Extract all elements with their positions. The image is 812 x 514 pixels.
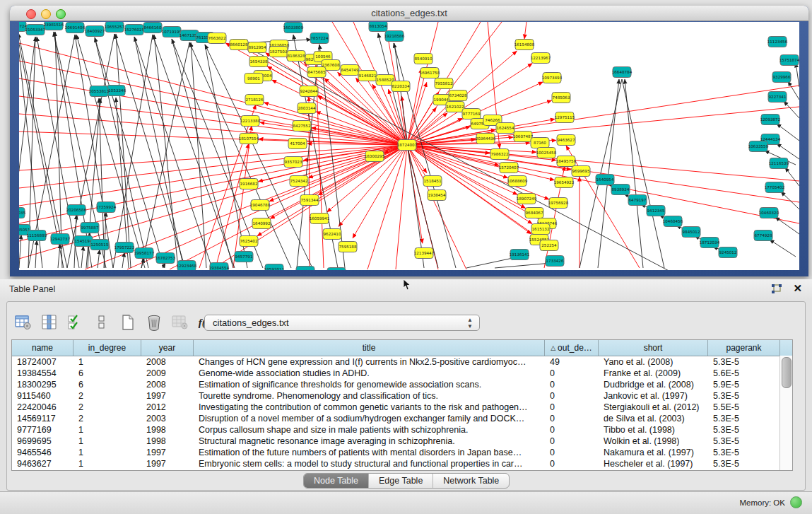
graph-node[interactable]: 10025458 [536,148,557,158]
table-row[interactable]: 946554611997Estimation of the future num… [12,447,792,458]
float-window-icon[interactable] [771,284,782,295]
graph-node[interactable]: 9845012 [682,227,700,238]
tab-edge-table[interactable]: Edge Table [369,474,433,488]
graph-node[interactable]: 10633559 [748,141,769,152]
graph-node[interactable]: 11583642 [295,267,315,271]
table-row[interactable]: 1456911722003Disruption of a novel membe… [12,413,792,424]
table-mode-icon[interactable] [14,314,33,331]
graph-node[interactable]: 19136141 [510,250,530,260]
graph-node[interactable]: 10460320 [759,208,779,218]
graph-node[interactable]: 9777169 [462,109,481,119]
graph-node[interactable]: 10688609 [507,176,528,187]
table-row[interactable]: 977716911998Corpus callosum shape and si… [12,424,792,436]
graph-node[interactable]: 16961758 [420,68,440,78]
graph-node[interactable]: 1640954 [596,175,614,185]
table-row[interactable]: 1830029562008Estimation of significance … [12,379,792,390]
graph-node[interactable]: 9146821 [358,71,377,81]
column-header-name[interactable]: name [12,340,73,356]
graph-node[interactable]: 12093872 [760,115,780,125]
graph-node[interactable]: 2803144 [298,103,316,114]
tab-network-table[interactable]: Network Table [433,474,509,488]
graph-node[interactable]: 16033809 [283,23,304,33]
vertical-scrollbar[interactable] [779,356,792,470]
graph-node[interactable]: 8912954 [248,42,266,53]
graph-node[interactable]: 1621022 [446,102,464,112]
graph-node[interactable]: 16154808 [514,40,535,50]
graph-node[interactable]: 9457791 [235,252,253,262]
graph-node[interactable]: 9245012 [719,247,737,258]
graph-node[interactable]: 19384554 [209,263,230,271]
graph-node[interactable]: 12139447 [414,248,435,259]
graph-node[interactable]: 1827503 [269,47,288,57]
graph-node[interactable]: 1545194 [74,236,93,247]
column-header-title[interactable]: title [194,340,545,356]
graph-node[interactable]: 12975115 [555,112,575,123]
graph-node[interactable]: 9357023 [284,157,302,168]
graph-node[interactable]: 21053347 [25,25,46,35]
table-row[interactable]: 946362711997Embryonic stem cells: a mode… [12,458,792,469]
graph-node[interactable]: 10973493 [542,73,563,83]
graph-node[interactable]: 8454749 [341,65,359,76]
graph-node[interactable]: 8813054 [369,22,387,32]
graph-node[interactable]: 16059941 [310,214,330,224]
graph-node[interactable]: 16782753 [155,253,176,264]
graph-node[interactable]: 20553813 [89,86,110,97]
rows-icon[interactable] [93,314,111,331]
graph-node[interactable]: 8475685 [307,67,326,78]
graph-node[interactable]: 1938454 [428,190,446,201]
graph-node[interactable]: 19756928 [548,198,569,209]
graph-node[interactable]: 8938934 [611,185,630,195]
column-header-year[interactable]: year [141,340,194,356]
graph-node[interactable]: 1733426 [546,256,564,267]
graph-node[interactable]: 7663822 [208,33,226,44]
graph-node[interactable]: 6734028 [449,90,467,101]
graph-node[interactable]: 17705402 [765,182,784,193]
graph-node[interactable]: 15751874 [779,55,799,66]
graph-node[interactable]: 20691406 [65,23,86,33]
graph-node[interactable]: 9975887 [81,223,99,233]
graph-node[interactable]: 18907249 [517,194,537,204]
graph-node[interactable]: 9699695 [572,166,590,177]
graph-node[interactable]: 10460456 [663,216,683,227]
close-panel-icon[interactable]: ✕ [793,282,802,295]
graph-node[interactable]: 16648784 [612,67,632,78]
graph-node[interactable]: 19046788 [250,200,271,211]
graph-node[interactable]: 1916682 [240,179,258,189]
graph-node[interactable]: 9242844 [300,86,318,97]
graph-node[interactable]: 98901 [245,74,263,84]
graph-node[interactable]: 9329966 [772,72,791,83]
graph-node[interactable]: 19218586 [384,31,405,42]
table-row[interactable]: 1872400712008Changes of HCN gene express… [12,356,792,368]
graph-node[interactable]: 6479197 [628,195,647,206]
network-canvas[interactable]: 2405572421053347239815162069140618400927… [19,22,799,270]
graph-node[interactable]: 10607487 [513,132,534,142]
graph-node[interactable]: 17957223 [114,243,135,253]
graph-node[interactable]: 9463627 [557,135,575,146]
graph-node[interactable]: 15720407 [499,163,519,173]
graph-node[interactable]: 7524342 [290,176,308,187]
graph-node[interactable]: 1250515 [90,240,109,250]
graph-node[interactable]: 18495756 [556,156,577,167]
graph-node[interactable]: 20364436 [476,134,496,144]
graph-node[interactable]: 9227341 [768,92,787,103]
delete-table-icon[interactable] [171,314,189,331]
graph-node[interactable]: 1518451 [423,176,442,187]
graph-node[interactable]: 7625402 [240,236,258,247]
delete-column-icon[interactable] [145,314,163,331]
graph-node[interactable]: 7485063 [552,93,570,103]
graph-node[interactable]: 252254 [540,240,558,251]
citation-network-graph[interactable]: 2405572421053347239815162069140618400927… [19,22,799,270]
graph-node[interactable]: 7955812 [435,78,453,89]
graph-node[interactable]: 87160 [531,138,549,148]
graph-node[interactable]: 417004 [288,139,307,149]
graph-node[interactable]: 7595188 [339,242,357,252]
graph-node[interactable]: 9622410 [323,229,341,240]
graph-node[interactable]: 11156889 [27,230,47,241]
graph-node[interactable]: 18592011 [264,264,285,271]
graph-node[interactable]: 7986322 [490,149,509,160]
graph-node[interactable]: 8540910 [414,54,433,64]
table-row[interactable]: 911546021997Tourette syndrome. Phenomeno… [12,390,792,402]
graph-node[interactable]: 23981516 [44,22,64,30]
table-row[interactable]: 1938455462009Genome-wide association stu… [12,368,792,379]
graph-node[interactable]: 8186328 [287,51,305,62]
